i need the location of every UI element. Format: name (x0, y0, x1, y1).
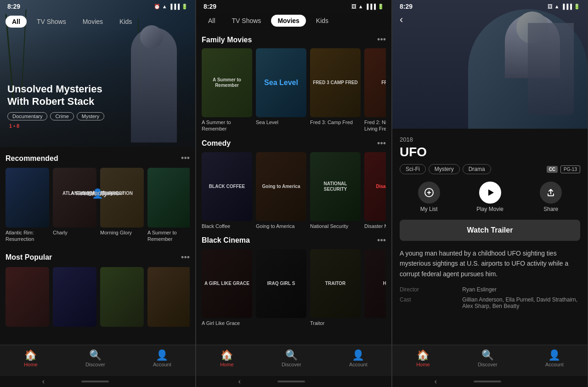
movie-thumb-summer: A Summer to Remember (202, 48, 252, 117)
ufo-title: UFO (400, 145, 580, 159)
card-thumb-pop3: EVERY MAN (100, 267, 144, 327)
my-list-icon (418, 182, 440, 204)
comedy-title: Comedy (202, 139, 231, 148)
movie-thumb-bc4: HOT... (364, 249, 386, 318)
family-movies-header: Family Movies ••• (202, 35, 386, 45)
family-movies-more[interactable]: ••• (377, 35, 386, 45)
tab-kids-1[interactable]: Kids (113, 16, 138, 28)
cast-value: Gillian Anderson, Ella Purnell, David St… (462, 296, 580, 309)
share-button[interactable]: Share (540, 182, 562, 212)
movie-thumb-going-america: Going to America (256, 152, 306, 221)
movie-card-summer[interactable]: A Summer to Remember A Summer to Remembe… (202, 48, 252, 132)
movie-thumb-national-security: NATIONAL SECURITY (310, 152, 361, 221)
status-bar-3: 8:29 🖼 ▲ ▐▐▐ 🔋 (392, 0, 588, 13)
movie-card-girl-grace[interactable]: A GIRL LIKE GRACE A Girl Like Grace (202, 249, 252, 326)
status-icons-2: 🖼 ▲ ▐▐▐ 🔋 (351, 4, 384, 10)
cc-badge: CC (547, 166, 558, 173)
tab-tvshows-1[interactable]: TV Shows (30, 16, 73, 28)
battery-icon-2: 🔋 (378, 4, 384, 10)
movie-label-national-security: National Security (310, 223, 361, 229)
status-bar-1: 8:29 ⏰ ▲ ▐▐▐ 🔋 (0, 0, 195, 13)
card-pop-3[interactable]: EVERY MAN (100, 267, 144, 329)
director-value: Ryan Eslinger (462, 286, 580, 293)
watch-trailer-button[interactable]: Watch Trailer (400, 220, 580, 241)
nav-tabs-1: All TV Shows Movies Kids (0, 12, 195, 31)
movie-card-disaster[interactable]: Disaster M... Disaster Movie (364, 152, 386, 229)
my-list-button[interactable]: My List (418, 182, 440, 212)
tab-movies-2[interactable]: Movies (271, 15, 305, 27)
movie-thumb-traitor: TRAITOR (310, 249, 361, 318)
movie-card-sealevel[interactable]: Sea Level Sea Level (256, 48, 306, 132)
discover-icon-2: 🔍 (285, 350, 298, 360)
signal-icon-3: ▐▐▐ (561, 4, 572, 9)
movie-thumb-blackcoffee: BLACK COFFEE (202, 152, 252, 221)
nav-account-3[interactable]: 👤 Account (545, 350, 564, 367)
black-cinema-more[interactable]: ••• (377, 236, 386, 245)
status-time-3: 8:29 (400, 3, 413, 10)
my-list-label: My List (420, 206, 438, 212)
wifi-icon-3: ▲ (554, 4, 560, 9)
status-bar-2: 8:29 🖼 ▲ ▐▐▐ 🔋 (196, 0, 391, 13)
movie-card-bc4[interactable]: HOT... (364, 249, 386, 326)
tab-all-1[interactable]: All (6, 16, 27, 28)
black-cinema-title: Black Cinema (202, 236, 250, 245)
ufo-detail-content: 2018 UFO Sci-Fi Mystery Drama CC PG-13 (392, 129, 588, 345)
screen2-scroll[interactable]: Family Movies ••• A Summer to Remember A… (196, 30, 391, 345)
phone-screen-3: 8:29 🖼 ▲ ▐▐▐ 🔋 ‹ 2018 UFO Sci-Fi Mystery… (392, 0, 588, 387)
nav-home-3[interactable]: 🏠 Home (416, 350, 430, 367)
alarm-icon: ⏰ (154, 4, 160, 10)
wifi-icon: ▲ (162, 4, 167, 9)
nav-account-label-3: Account (545, 362, 564, 367)
nav-home-label-2: Home (220, 362, 233, 367)
movie-thumb-sealevel: Sea Level (256, 48, 306, 117)
movie-card-fred2[interactable]: FRED 2 Fred 2: Night of the Living Fred (364, 48, 386, 132)
movie-thumb-disaster: Disaster M... (364, 152, 386, 221)
movie-card-going-america[interactable]: Going to America Going to America (256, 152, 306, 229)
nav-account-2[interactable]: 👤 Account (349, 350, 368, 367)
comedy-cards: BLACK COFFEE Black Coffee Going to Ameri… (202, 152, 386, 229)
movie-thumb-girl-grace: A GIRL LIKE GRACE (202, 249, 252, 318)
gesture-area-3: ‹ (392, 376, 588, 387)
nav-home-2[interactable]: 🏠 Home (220, 350, 233, 367)
bottom-nav-2: 🏠 Home 🔍 Discover 👤 Account (196, 345, 391, 376)
movie-card-national-security[interactable]: NATIONAL SECURITY National Security (310, 152, 361, 229)
tab-movies-1[interactable]: Movies (76, 16, 109, 28)
family-movies-section: Family Movies ••• A Summer to Remember A… (196, 30, 391, 132)
movie-thumb-fred3: FRED 3 CAMP FRED (310, 48, 361, 117)
tab-kids-2[interactable]: Kids (310, 15, 335, 27)
status-icons-3: 🖼 ▲ ▐▐▐ 🔋 (548, 4, 580, 10)
ufo-tags: Sci-Fi Mystery Drama CC PG-13 (400, 164, 580, 174)
svg-marker-3 (488, 189, 494, 196)
comedy-more[interactable]: ••• (377, 139, 386, 148)
black-cinema-cards: A GIRL LIKE GRACE A Girl Like Grace IRAQ… (202, 249, 386, 326)
movie-card-traitor[interactable]: TRAITOR Traitor (310, 249, 361, 326)
home-icon-3: 🏠 (417, 350, 429, 360)
play-movie-button[interactable]: Play Movie (476, 182, 503, 212)
photo-icon-2: 🖼 (351, 4, 356, 9)
movie-card-fred3[interactable]: FRED 3 CAMP FRED Fred 3: Camp Fred (310, 48, 361, 132)
comedy-section: Comedy ••• BLACK COFFEE Black Coffee Goi… (196, 132, 391, 229)
nav-discover-label-3: Discover (478, 362, 498, 367)
director-key: Director (400, 286, 458, 293)
movie-card-blackcoffee[interactable]: BLACK COFFEE Black Coffee (202, 152, 252, 229)
battery-icon-3: 🔋 (574, 4, 580, 10)
movie-card-bc2[interactable]: IRAQ GIRL S (256, 249, 306, 326)
nav-tabs-2: All TV Shows Movies Kids (196, 13, 391, 30)
pg-badge: PG-13 (560, 165, 580, 173)
status-icons-1: ⏰ ▲ ▐▐▐ 🔋 (154, 4, 188, 10)
back-chevron-2: ‹ (238, 377, 241, 386)
family-movies-title: Family Movies (202, 36, 252, 44)
movie-thumb-bc2: IRAQ GIRL S (256, 249, 306, 318)
screen1-scroll[interactable]: Unsolved Mysteries With Robert Stack Doc… (0, 0, 195, 345)
nav-discover-3[interactable]: 🔍 Discover (478, 350, 498, 367)
tab-tvshows-2[interactable]: TV Shows (226, 15, 268, 27)
movie-label-traitor: Traitor (310, 320, 361, 326)
nav-account-label-2: Account (349, 362, 368, 367)
back-button-3[interactable]: ‹ (400, 14, 403, 26)
black-cinema-header: Black Cinema ••• (202, 236, 386, 245)
ufo-meta: Director Ryan Eslinger Cast Gillian Ande… (400, 286, 580, 309)
back-chevron-3: ‹ (435, 377, 437, 386)
nav-discover-2[interactable]: 🔍 Discover (282, 350, 301, 367)
tab-all-2[interactable]: All (202, 15, 222, 27)
gesture-area-2: ‹ (196, 376, 391, 387)
